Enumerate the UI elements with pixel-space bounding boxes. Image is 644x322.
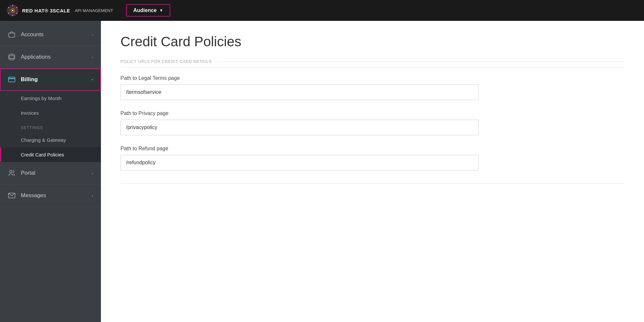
sidebar-item-portal[interactable]: Portal › — [0, 162, 101, 184]
privacy-input[interactable] — [120, 120, 479, 135]
svg-rect-10 — [9, 33, 15, 37]
svg-point-3 — [12, 10, 14, 11]
apps-icon — [8, 53, 16, 61]
svg-point-15 — [10, 170, 12, 173]
chevron-right-icon: › — [92, 171, 93, 176]
sidebar-item-charging-gateway[interactable]: Charging & Gateway — [0, 133, 101, 147]
portal-icon — [8, 169, 16, 177]
svg-point-7 — [12, 15, 13, 16]
briefcase-icon — [8, 31, 16, 38]
sidebar-item-messages[interactable]: Messages › — [0, 184, 101, 207]
legal-terms-input[interactable] — [120, 84, 479, 100]
refund-label: Path to Refund page — [120, 146, 624, 152]
brand-logo — [7, 4, 19, 17]
content-divider — [120, 183, 624, 184]
svg-point-4 — [12, 5, 13, 6]
sidebar-item-applications[interactable]: Applications › — [0, 46, 101, 68]
sidebar-label-accounts: Accounts — [21, 31, 44, 38]
main-layout: Accounts › Applications › — [0, 21, 644, 322]
section-label: POLICY URLS FOR CREDIT CARD DETAILS — [120, 59, 624, 67]
sidebar-label-portal: Portal — [21, 170, 35, 176]
refund-input[interactable] — [120, 155, 479, 170]
chevron-down-icon: ▼ — [159, 8, 163, 13]
settings-section-label: Settings — [0, 120, 101, 133]
sidebar-item-invoices[interactable]: Invoices — [0, 106, 101, 120]
svg-point-5 — [16, 7, 17, 8]
page-title: Credit Card Policies — [120, 34, 624, 50]
sidebar-item-billing[interactable]: Billing › — [0, 68, 101, 91]
chevron-right-icon: › — [92, 32, 93, 37]
sidebar-label-billing: Billing — [21, 76, 38, 83]
brand-sub: API MANAGEMENT — [75, 8, 113, 13]
envelope-icon — [8, 192, 16, 199]
svg-rect-13 — [8, 77, 15, 82]
billing-submenu: Earnings by Month Invoices Settings Char… — [0, 91, 101, 162]
brand: RED HAT® 3SCALE API MANAGEMENT — [7, 4, 113, 17]
refund-group: Path to Refund page — [120, 146, 624, 170]
brand-name: RED HAT® 3SCALE — [22, 8, 70, 13]
audience-button[interactable]: Audience ▼ — [126, 4, 170, 17]
privacy-label: Path to Privacy page — [120, 110, 624, 116]
svg-point-8 — [8, 13, 9, 14]
sidebar-label-applications: Applications — [21, 54, 51, 60]
sidebar-item-credit-card-policies[interactable]: Credit Card Policies — [0, 147, 101, 162]
legal-terms-group: Path to Legal Terms page — [120, 75, 624, 100]
privacy-group: Path to Privacy page — [120, 110, 624, 135]
sidebar-label-messages: Messages — [21, 192, 46, 199]
chevron-down-icon: › — [90, 79, 95, 80]
svg-point-6 — [16, 13, 17, 14]
chevron-right-icon: › — [92, 55, 93, 60]
legal-terms-label: Path to Legal Terms page — [120, 75, 624, 81]
credit-card-icon — [8, 76, 16, 83]
sidebar-item-accounts[interactable]: Accounts › — [0, 23, 101, 46]
svg-point-9 — [8, 7, 9, 8]
sidebar-item-earnings[interactable]: Earnings by Month — [0, 91, 101, 106]
chevron-right-icon: › — [92, 193, 93, 198]
top-nav: RED HAT® 3SCALE API MANAGEMENT Audience … — [0, 0, 644, 21]
sidebar: Accounts › Applications › — [0, 21, 101, 322]
main-content: Credit Card Policies POLICY URLS FOR CRE… — [101, 21, 644, 322]
